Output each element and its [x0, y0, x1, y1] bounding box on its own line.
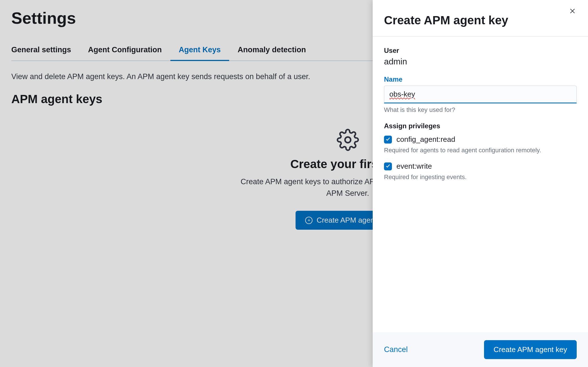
privilege-label: event:write: [396, 162, 432, 171]
name-input[interactable]: obs-key: [384, 86, 577, 103]
privileges-heading: Assign privileges: [384, 122, 577, 130]
checkbox-config-agent-read[interactable]: [384, 136, 392, 144]
close-icon: [569, 8, 576, 16]
cancel-button[interactable]: Cancel: [384, 345, 408, 354]
name-label: Name: [384, 75, 577, 83]
privilege-description: Required for ingesting events.: [384, 173, 577, 181]
flyout-title: Create APM agent key: [384, 14, 508, 27]
user-label: User: [384, 47, 577, 55]
privilege-config-agent-read: config_agent:read: [384, 135, 577, 144]
submit-create-button[interactable]: Create APM agent key: [484, 340, 577, 359]
name-help-text: What is this key used for?: [384, 106, 577, 114]
privilege-description: Required for agents to read agent config…: [384, 147, 577, 154]
user-value: admin: [384, 57, 577, 66]
privilege-event-write: event:write: [384, 162, 577, 171]
check-icon: [385, 136, 390, 143]
flyout-header: Create APM agent key: [373, 0, 588, 36]
create-key-flyout: Create APM agent key User admin Name obs…: [373, 0, 588, 367]
privilege-label: config_agent:read: [396, 135, 455, 144]
flyout-body: User admin Name obs-key What is this key…: [373, 36, 588, 332]
flyout-footer: Cancel Create APM agent key: [373, 332, 588, 367]
close-button[interactable]: [568, 7, 577, 17]
check-icon: [385, 163, 390, 170]
checkbox-event-write[interactable]: [384, 162, 392, 170]
